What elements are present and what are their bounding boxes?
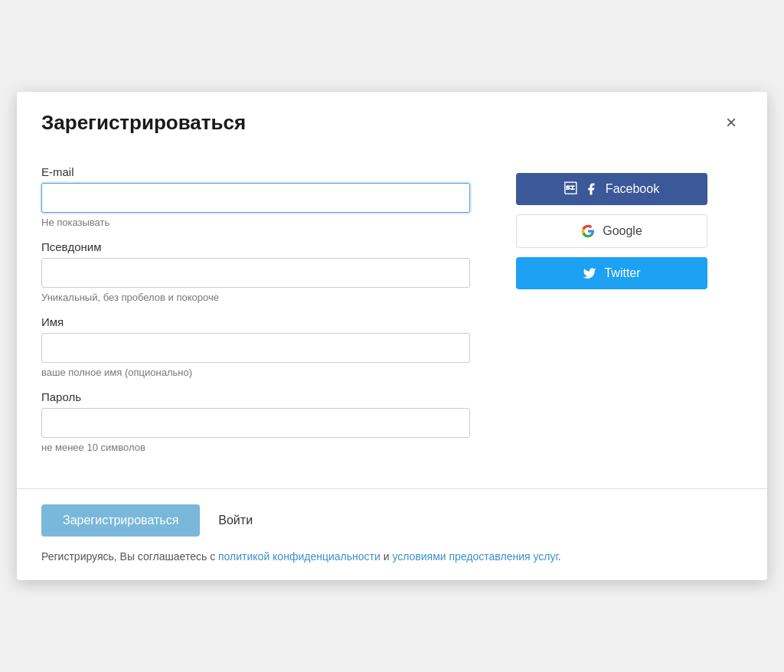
email-label: E-mail <box>41 165 470 178</box>
google-label: Google <box>603 224 642 238</box>
google-icon <box>581 224 595 238</box>
password-label: Пароль <box>41 390 470 403</box>
footer-buttons: Зарегистрироваться Войти <box>41 504 743 537</box>
social-section:  Facebook Google <box>516 165 707 465</box>
terms-link[interactable]: условиями предоставления услуг <box>392 550 557 563</box>
privacy-link[interactable]: политикой конфиденциальности <box>218 550 381 563</box>
facebook-icon:  <box>564 182 577 196</box>
twitter-label: Twitter <box>604 266 640 280</box>
modal-title: Зарегистрироваться <box>41 111 246 135</box>
password-group: Пароль не менее 10 символов <box>41 390 470 453</box>
email-hint: Не показывать <box>41 217 470 228</box>
facebook-label: Facebook <box>606 182 659 196</box>
modal-container: Зарегистрироваться × E-mail Не показыват… <box>17 92 767 580</box>
terms-text-before: Регистрируясь, Вы соглашаетесь с <box>41 550 218 563</box>
username-group: Псевдоним Уникальный, без пробелов и пок… <box>41 240 470 303</box>
username-input[interactable] <box>41 258 470 288</box>
email-input[interactable] <box>41 183 470 213</box>
name-group: Имя ваше полное имя (опционально) <box>41 315 470 378</box>
username-hint: Уникальный, без пробелов и покороче <box>41 292 470 303</box>
footer-terms: Регистрируясь, Вы соглашаетесь с политик… <box>41 549 743 565</box>
password-input[interactable] <box>41 408 470 438</box>
modal-overlay: Зарегистрироваться × E-mail Не показыват… <box>0 0 784 672</box>
email-group: E-mail Не показывать <box>41 165 470 228</box>
form-section: E-mail Не показывать Псевдоним Уникальны… <box>41 165 470 465</box>
login-button[interactable]: Войти <box>218 504 253 537</box>
close-button[interactable]: × <box>720 110 743 135</box>
twitter-icon <box>583 266 596 280</box>
password-hint: не менее 10 символов <box>41 442 470 453</box>
name-input[interactable] <box>41 333 470 363</box>
facebook-icon <box>584 182 598 196</box>
username-label: Псевдоним <box>41 240 470 253</box>
modal-body: E-mail Не показывать Псевдоним Уникальны… <box>17 150 767 488</box>
google-button[interactable]: Google <box>516 214 707 248</box>
facebook-button[interactable]:  Facebook <box>516 173 707 205</box>
register-button[interactable]: Зарегистрироваться <box>41 504 200 537</box>
terms-and: и <box>381 550 393 563</box>
name-label: Имя <box>41 315 470 328</box>
name-hint: ваше полное имя (опционально) <box>41 367 470 378</box>
twitter-button[interactable]: Twitter <box>516 257 707 289</box>
terms-period: . <box>558 550 561 563</box>
modal-footer: Зарегистрироваться Войти Регистрируясь, … <box>17 488 767 580</box>
modal-header: Зарегистрироваться × <box>17 92 767 150</box>
